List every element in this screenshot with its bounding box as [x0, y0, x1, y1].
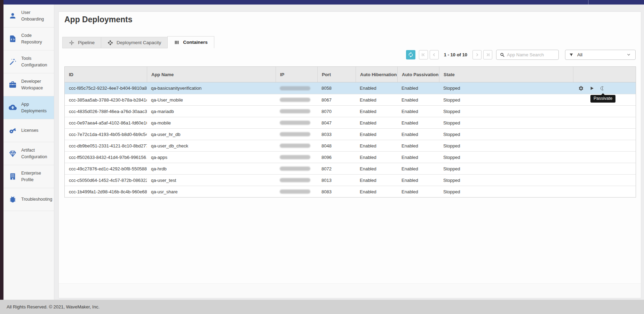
gear-icon[interactable] — [578, 85, 584, 91]
redacted-ip — [280, 178, 310, 182]
previous-page-button[interactable] — [430, 50, 439, 59]
table-row[interactable]: ccc-385aa5ab-3788-4230-b78a-b2841c… qa-U… — [65, 94, 636, 105]
cell-app-name: qa-mariadb — [147, 106, 276, 117]
table-row[interactable]: ccc-c5050d64-1452-4c57-872b-086322… qa-u… — [65, 174, 636, 186]
cell-id: ccc-db9be051-2331-4121-8c10-8bd277… — [65, 140, 147, 151]
cell-actions — [573, 152, 636, 163]
tab-deployment-capacity[interactable]: Deployment Capacity — [101, 37, 168, 48]
cell-actions — [573, 140, 636, 151]
cell-port: 8072 — [317, 163, 356, 174]
cell-ip — [276, 106, 317, 117]
app-name-search — [496, 50, 559, 60]
refresh-button[interactable] — [406, 50, 415, 59]
cell-id: ccc-7e72c1da-4193-4b05-b8d0-6b9c54… — [65, 129, 147, 140]
cell-app-name: qa-User_mobile — [147, 94, 276, 105]
redacted-ip — [280, 109, 310, 113]
sidebar-item-tools-configuration[interactable]: Tools Configuration — [3, 50, 54, 73]
column-header-auto-hibernation: Auto Hibernation — [356, 67, 397, 82]
column-header-port: Port — [317, 67, 356, 82]
cell-port: 8070 — [317, 106, 356, 117]
table-row[interactable]: ccc-ff502633-8432-41d4-97b6-996156… qa-a… — [65, 151, 636, 163]
state-filter-select[interactable]: All — [565, 50, 636, 60]
gem-icon — [9, 150, 17, 158]
table-row[interactable]: ccc-49c27876-ed1c-4292-b0f8-550588… qa-h… — [65, 163, 636, 174]
sidebar-item-developer-workspace[interactable]: Developer Workspace — [3, 73, 54, 96]
cell-auto-hibernation: Enabled — [356, 106, 397, 117]
table-row[interactable]: ccc-7e72c1da-4193-4b05-b8d0-6b9c54… qa-u… — [65, 128, 636, 140]
last-page-button[interactable] — [483, 50, 492, 59]
cell-actions — [573, 175, 636, 186]
table-row[interactable]: ccc-1b499fa1-2d98-416b-8c4b-960e68… qa-u… — [65, 186, 636, 197]
cell-auto-passivation: Enabled — [397, 152, 439, 163]
refresh-icon — [408, 52, 414, 58]
cell-port: 8083 — [317, 186, 356, 197]
cell-auto-passivation: Enabled — [397, 129, 439, 140]
search-icon — [500, 52, 505, 57]
cell-port: 8048 — [317, 140, 356, 151]
cell-auto-passivation: Enabled — [397, 163, 439, 174]
cell-auto-hibernation: Enabled — [356, 163, 397, 174]
sidebar-item-user-onboarding[interactable]: User Onboarding — [3, 5, 54, 27]
tab-label: Containers — [183, 40, 208, 45]
sidebar-item-enterprise-profile[interactable]: Enterprise Profile — [3, 165, 54, 188]
cell-app-name: qa-user_db_check — [147, 140, 276, 151]
sidebar-items: User Onboarding Code Repository Tools Co… — [3, 5, 54, 211]
card-footer-strip — [59, 283, 641, 298]
redacted-ip — [280, 98, 310, 102]
sidebar-item-label: User Onboarding — [21, 9, 52, 23]
table-row[interactable]: ccc-0e97aea4-a5af-4102-86a1-fd60e16… qa-… — [65, 117, 636, 128]
play-icon[interactable] — [589, 85, 595, 91]
cell-auto-hibernation: Enabled — [356, 117, 397, 128]
app-name-search-input[interactable] — [507, 52, 555, 57]
next-page-button[interactable] — [472, 50, 482, 59]
cell-id: ccc-0e97aea4-a5af-4102-86a1-fd60e16… — [65, 117, 147, 128]
sidebar-item-label: Troubleshooting — [21, 196, 52, 203]
cell-port: 8096 — [317, 152, 356, 163]
sidebar-item-artifact-configuration[interactable]: Artifact Configuration — [3, 142, 54, 165]
table-toolbar: 1 - 10 of 10 All — [406, 50, 636, 60]
cell-auto-hibernation: Enabled — [356, 152, 397, 163]
left-edge-strip — [0, 0, 3, 300]
table-row[interactable]: ccc-db9be051-2331-4121-8c10-8bd277… qa-u… — [65, 140, 636, 151]
cell-app-name: qa-mobile — [147, 117, 276, 128]
tab-containers[interactable]: Containers — [167, 36, 214, 48]
sidebar-item-licenses[interactable]: Licenses — [3, 119, 54, 142]
cell-port: 8013 — [317, 175, 356, 186]
sidebar-item-label: Licenses — [21, 127, 52, 134]
cell-auto-hibernation: Enabled — [356, 129, 397, 140]
cell-ip — [276, 82, 317, 94]
redacted-ip — [280, 121, 310, 125]
cell-ip — [276, 186, 317, 197]
cell-auto-hibernation: Enabled — [356, 140, 397, 151]
redacted-ip — [280, 86, 310, 90]
table-row[interactable]: ccc-4835d026-788f-46ea-a76d-30aac3… qa-m… — [65, 105, 636, 117]
filter-selected-value: All — [577, 52, 582, 57]
sidebar-item-app-deployments[interactable]: App Deployments — [3, 96, 54, 119]
funnel-icon — [569, 53, 574, 57]
sidebar-item-troubleshooting[interactable]: Troubleshooting — [3, 188, 54, 211]
move-icon — [108, 40, 113, 46]
cell-actions: Passivate — [573, 82, 636, 94]
redacted-ip — [280, 144, 310, 148]
tab-pipeline[interactable]: Pipeline — [62, 37, 101, 48]
screen: User Onboarding Code Repository Tools Co… — [0, 0, 644, 314]
cloud-upload-icon — [9, 104, 17, 112]
cell-id: ccc-385aa5ab-3788-4230-b78a-b2841c… — [65, 94, 147, 105]
cell-actions — [573, 106, 636, 117]
containers-table: IDApp NameIPPortAuto HibernationAuto Pas… — [64, 66, 636, 198]
cell-app-name: qa-user_hr_db — [147, 129, 276, 140]
first-page-button[interactable] — [419, 50, 428, 59]
sidebar-item-code-repository[interactable]: Code Repository — [3, 27, 54, 50]
moon-icon[interactable] — [599, 85, 606, 91]
footer: All Rights Reserved. © 2021, WaveMaker, … — [0, 300, 644, 314]
building-icon — [9, 172, 17, 180]
table-row[interactable]: ccc-f85c75c2-9232-4ee7-b404-9810a8… qa-b… — [65, 82, 636, 94]
cell-actions — [573, 129, 636, 140]
cell-app-name: qa-hrdb — [147, 163, 276, 174]
column-header-actions — [573, 67, 636, 82]
cell-state: Stopped — [439, 129, 573, 140]
cell-state: Stopped — [439, 175, 573, 186]
cell-app-name: qa-basicsanityverification — [147, 82, 276, 94]
cell-id: ccc-4835d026-788f-46ea-a76d-30aac3… — [65, 106, 147, 117]
briefcase-icon — [9, 81, 17, 89]
